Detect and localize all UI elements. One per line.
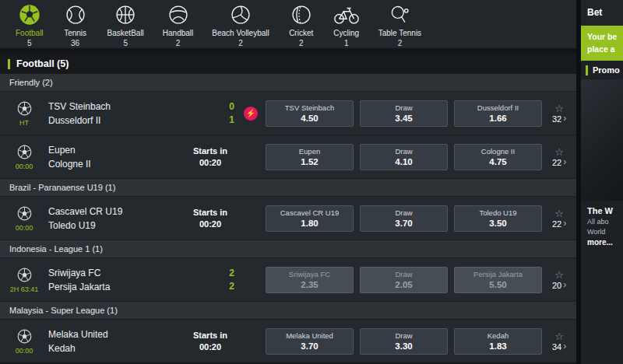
odds-value: 2.05	[395, 280, 412, 289]
markets-link[interactable]: 22 ›	[552, 219, 566, 229]
odds-button-away[interactable]: Kedah 1.83	[454, 328, 542, 355]
odds-group: Eupen 1.52 Draw 4.10 Cologne II 4.75	[266, 144, 542, 170]
tab-tennis[interactable]: Tennis 36	[53, 0, 98, 49]
match-sport-cell: 2H 63:41	[0, 267, 48, 293]
match-teams[interactable]: Eupen Cologne II	[48, 145, 181, 170]
odds-button-home[interactable]: TSV Steinbach 4.50	[266, 100, 354, 127]
tab-table-tennis[interactable]: Table Tennis 2	[369, 0, 431, 49]
odds-button-home[interactable]: Melaka United 3.70	[266, 328, 354, 355]
odds-label: Draw	[395, 270, 412, 278]
odds-button-home: Sriwijaya FC 2.35	[266, 267, 354, 293]
odds-value: 3.30	[395, 341, 412, 351]
more-markets-cell: ☆ 22 ›	[542, 208, 576, 229]
chevron-right-icon: ›	[563, 114, 566, 123]
favorite-star-icon[interactable]: ☆	[554, 147, 564, 157]
promo-more-link[interactable]: more...	[587, 238, 623, 247]
odds-button-away[interactable]: Toledo U19 3.50	[454, 205, 542, 232]
match-countdown: Starts in 00:20	[181, 331, 239, 352]
odds-button-draw[interactable]: Draw 4.10	[360, 144, 448, 170]
league-header[interactable]: Malaysia - Super League (1)	[0, 302, 576, 320]
odds-label: Draw	[395, 331, 412, 340]
football-icon	[18, 3, 41, 26]
markets-link[interactable]: 34 ›	[552, 342, 566, 352]
markets-link[interactable]: 22 ›	[552, 158, 566, 167]
match-teams[interactable]: TSV Steinbach Dusseldorf II	[48, 101, 181, 126]
favorite-star-icon[interactable]: ☆	[554, 270, 564, 280]
tab-basketball[interactable]: BasketBall 5	[98, 0, 153, 49]
tab-label: Tennis	[64, 29, 86, 37]
tab-handball[interactable]: Handball 2	[153, 0, 202, 49]
away-team: Dusseldorf II	[48, 115, 181, 126]
more-markets-cell: ☆ 34 ›	[542, 331, 576, 352]
odds-value: 4.75	[489, 157, 506, 166]
favorite-star-icon[interactable]: ☆	[554, 103, 564, 114]
tab-beach-volleyball[interactable]: Beach Volleyball 2	[202, 0, 278, 49]
league-header[interactable]: Indonesia - League 1 (1)	[0, 240, 576, 258]
match-teams[interactable]: Melaka United Kedah	[48, 329, 181, 354]
odds-value: 1.52	[301, 157, 318, 166]
league-header[interactable]: Friendly (2)	[0, 74, 576, 92]
betslip-empty-notice: Your be place a	[581, 26, 623, 61]
odds-label: Cologne II	[481, 147, 515, 156]
odds-label: Eupen	[299, 147, 320, 156]
markets-count: 32	[552, 114, 561, 124]
odds-button-away[interactable]: Cologne II 4.75	[454, 144, 542, 170]
odds-button-draw: Draw 2.05	[360, 267, 448, 293]
favorite-star-icon[interactable]: ☆	[554, 331, 564, 341]
odds-button-home[interactable]: Cascavel CR U19 1.80	[266, 205, 354, 232]
home-score: 0	[229, 101, 234, 112]
odds-label: Melaka United	[286, 331, 333, 340]
markets-link[interactable]: 20 ›	[552, 281, 566, 290]
markets-count: 22	[552, 219, 561, 229]
odds-value: 5.50	[489, 280, 506, 289]
odds-value: 3.50	[489, 219, 506, 228]
promo-image[interactable]	[581, 79, 623, 201]
match-row: 2H 63:41 Sriwijaya FC Persija Jakarta 2 …	[0, 258, 576, 302]
accent-bar	[586, 65, 588, 75]
markets-link[interactable]: 32 ›	[552, 114, 566, 124]
betslip-empty-line: place a	[587, 44, 623, 54]
match-time: 00:00	[16, 163, 33, 170]
chevron-right-icon: ›	[563, 281, 566, 289]
odds-button-away[interactable]: Dusseldorf II 1.66	[454, 100, 542, 127]
markets-count: 22	[552, 158, 561, 167]
match-sport-cell: 00:00	[0, 328, 48, 355]
match-row: 00:00 Cascavel CR U19 Toledo U19 Starts …	[0, 197, 576, 240]
odds-label: Dusseldorf II	[477, 103, 519, 112]
odds-button-draw[interactable]: Draw 3.30	[360, 328, 448, 355]
tab-label: Table Tennis	[378, 29, 421, 37]
betslip-empty-line: Your be	[587, 32, 623, 41]
boost-cell: ⚡	[239, 107, 262, 121]
cricket-icon	[290, 3, 312, 26]
tab-cricket[interactable]: Cricket 2	[279, 0, 324, 49]
odds-value: 4.10	[395, 157, 412, 166]
home-team: Cascavel CR U19	[48, 206, 181, 217]
accent-bar	[8, 59, 10, 69]
odds-value: 3.70	[301, 341, 318, 351]
sports-tab-bar: Football 5 Tennis 36	[0, 0, 576, 48]
match-sport-cell: HT	[0, 100, 48, 127]
league-header[interactable]: Brazil - Paranaense U19 (1)	[0, 179, 576, 197]
odds-value: 1.80	[301, 219, 318, 228]
odds-value: 4.50	[301, 114, 318, 123]
main-area: Football 5 Tennis 36	[0, 0, 576, 364]
match-teams[interactable]: Cascavel CR U19 Toledo U19	[48, 206, 181, 231]
cycling-icon	[333, 3, 360, 26]
odds-button-home[interactable]: Eupen 1.52	[266, 144, 354, 170]
odds-button-away: Persija Jakarta 5.50	[454, 267, 542, 293]
tab-label: Cycling	[333, 29, 359, 37]
odds-button-draw[interactable]: Draw 3.70	[360, 205, 448, 232]
odds-button-draw[interactable]: Draw 3.45	[360, 100, 448, 127]
page-title-bar: Football (5)	[0, 54, 576, 74]
tab-label: Cricket	[289, 29, 313, 37]
promotions-title: Promo	[593, 65, 620, 75]
tab-count: 36	[71, 39, 79, 47]
match-score: 0 1	[181, 101, 239, 125]
odds-label: Toledo U19	[479, 208, 516, 217]
match-teams[interactable]: Sriwijaya FC Persija Jakarta	[48, 268, 181, 292]
favorite-star-icon[interactable]: ☆	[554, 208, 564, 219]
tab-cycling[interactable]: Cycling 1	[324, 0, 369, 49]
tab-count: 5	[27, 39, 32, 47]
tab-football[interactable]: Football 5	[6, 0, 53, 49]
odds-value: 2.35	[301, 280, 318, 289]
